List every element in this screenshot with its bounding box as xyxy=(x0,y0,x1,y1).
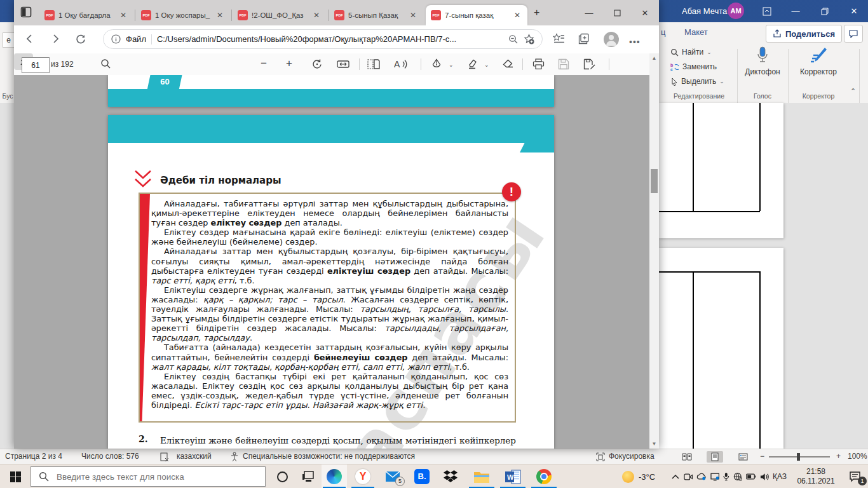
status-zoom-level[interactable]: 100% xyxy=(848,452,867,461)
info-icon[interactable] xyxy=(111,34,121,44)
pdf-fit-width-icon[interactable] xyxy=(337,58,349,70)
chevron-down-icon[interactable]: ⌄ xyxy=(449,62,454,68)
word-tab-layout[interactable]: Макет xyxy=(684,27,708,37)
status-focus[interactable]: Фокусировка xyxy=(609,452,654,461)
view-web-layout-button[interactable] xyxy=(735,451,751,463)
start-button[interactable] xyxy=(0,464,31,488)
tab-okyzhospary[interactable]: PDF 1 Оку жоспары_ ✕ xyxy=(136,5,230,25)
tab-7-synyp-active[interactable]: PDF 7-сынып қазақ ✕ xyxy=(426,5,527,25)
forward-icon[interactable] xyxy=(50,33,61,44)
speaker-icon[interactable] xyxy=(760,473,769,481)
word-replace-button[interactable]: bc Заменить xyxy=(670,62,717,71)
network-globe-icon[interactable] xyxy=(733,472,742,481)
word-dictate-button[interactable]: Диктофон xyxy=(745,46,780,76)
proofing-icon[interactable] xyxy=(160,452,169,461)
tab-close-icon[interactable]: ✕ xyxy=(408,11,418,20)
tab-5-synyp[interactable]: PDF 5-сынып Қазақ ✕ xyxy=(329,5,423,25)
refresh-icon[interactable] xyxy=(75,33,86,44)
word-account-name[interactable]: Абая Мечта xyxy=(682,0,727,22)
status-accessibility[interactable]: Специальные возможности: не поддерживают… xyxy=(243,452,415,461)
clock[interactable]: 21:58 06.11.2021 xyxy=(796,467,836,486)
pdf-save-as-icon[interactable] xyxy=(583,58,595,70)
chevron-down-icon[interactable]: ⌄ xyxy=(484,62,489,68)
view-print-layout-button[interactable] xyxy=(707,451,723,463)
pdf-search-icon[interactable] xyxy=(100,58,111,69)
tab-osh-fo-kaz[interactable]: PDF !2-ОШ_ФО_Қаз ✕ xyxy=(233,5,327,25)
taskbar-explorer-button[interactable] xyxy=(468,464,496,488)
zoom-out-button[interactable]: − xyxy=(760,452,764,461)
back-icon[interactable] xyxy=(24,33,36,44)
scroll-up-icon[interactable]: ▲ xyxy=(649,53,659,63)
taskbar-edge-button[interactable] xyxy=(322,464,347,488)
status-word-count[interactable]: Число слов: 576 xyxy=(81,452,139,461)
collections-icon[interactable] xyxy=(578,33,590,44)
favorites-bar-icon[interactable] xyxy=(553,33,565,44)
screen-share-icon[interactable] xyxy=(710,473,719,481)
taskbar-dropbox-button[interactable] xyxy=(438,464,463,488)
taskbar-word-button[interactable]: W xyxy=(499,464,527,488)
status-language[interactable]: казахский xyxy=(177,452,212,461)
word-page-fragment[interactable] xyxy=(659,248,783,449)
cortana-button[interactable] xyxy=(269,464,295,488)
meet-now-icon[interactable] xyxy=(684,473,693,481)
word-share-button[interactable]: Поделиться xyxy=(766,25,842,43)
add-favorite-icon[interactable] xyxy=(524,34,534,44)
pdf-draw-icon[interactable] xyxy=(431,58,442,70)
status-page-count[interactable]: Страница 2 из 4 xyxy=(5,452,62,461)
scroll-down-icon[interactable]: ▼ xyxy=(649,439,659,449)
taskbar-mail-button[interactable]: 5 xyxy=(379,464,407,488)
word-find-button[interactable]: Найти ⌄ xyxy=(670,48,712,57)
tab-close-icon[interactable]: ✕ xyxy=(512,11,522,20)
word-minimize-button[interactable]: — xyxy=(782,0,810,22)
tray-expand-button[interactable] xyxy=(668,464,682,488)
action-center-button[interactable]: 1 xyxy=(843,464,868,488)
task-view-button[interactable] xyxy=(295,464,320,488)
tab-okybagdarla[interactable]: PDF 1 Оқу бағдарла ✕ xyxy=(39,5,133,25)
pdf-zoom-in-button[interactable]: + xyxy=(286,57,292,70)
collapse-ribbon-button[interactable]: ⌃ xyxy=(850,87,856,95)
word-editor-button[interactable]: Корректор xyxy=(796,46,841,76)
pdf-scrollbar[interactable]: ▲ ▼ xyxy=(649,53,659,449)
taskbar-vk-button[interactable]: B. xyxy=(409,464,435,488)
pdf-page-input[interactable] xyxy=(22,57,50,73)
pdf-content-area[interactable]: 60 ПВ баспасы Әдеби тіл нормалары Айнала… xyxy=(14,75,659,449)
settings-menu-icon[interactable]: ••• xyxy=(629,37,641,47)
scrollbar-thumb[interactable] xyxy=(651,169,658,193)
word-select-button[interactable]: Выделить ⌄ xyxy=(670,77,724,86)
pdf-rotate-icon[interactable] xyxy=(311,58,323,70)
word-comments-button[interactable] xyxy=(844,25,863,43)
edge-close-button[interactable]: ✕ xyxy=(631,0,659,25)
vertical-tabs-button[interactable] xyxy=(20,6,32,18)
edge-minimize-button[interactable]: — xyxy=(575,0,603,25)
zoom-slider-thumb[interactable] xyxy=(797,453,800,461)
zoom-in-button[interactable]: + xyxy=(836,452,841,461)
word-page-fragment[interactable] xyxy=(659,103,783,238)
word-restore-button[interactable] xyxy=(811,0,839,22)
language-indicator[interactable]: ҚАЗ xyxy=(773,472,787,481)
taskbar-search-input[interactable] xyxy=(55,471,248,482)
view-read-mode-button[interactable] xyxy=(679,451,695,463)
zoom-slider[interactable] xyxy=(769,456,830,458)
pdf-print-icon[interactable] xyxy=(532,58,545,70)
taskbar-search-box[interactable] xyxy=(31,466,266,487)
word-close-button[interactable]: ✕ xyxy=(840,0,868,22)
zoom-indicator-icon[interactable] xyxy=(508,34,519,44)
battery-icon[interactable] xyxy=(746,473,756,480)
edge-maximize-button[interactable] xyxy=(603,0,631,25)
address-input[interactable]: Файл C:/Users/admin/Documents/Новый%20фо… xyxy=(103,29,543,49)
pdf-erase-icon[interactable] xyxy=(502,58,514,70)
word-ribbon-display-options-button[interactable] xyxy=(753,0,781,22)
new-tab-button[interactable]: + xyxy=(534,8,539,18)
tab-close-icon[interactable]: ✕ xyxy=(311,11,322,20)
word-tab-fragment[interactable]: ц xyxy=(661,27,665,37)
tab-close-icon[interactable]: ✕ xyxy=(215,11,225,20)
microphone-tray-icon[interactable] xyxy=(723,472,729,481)
pdf-highlight-icon[interactable] xyxy=(466,58,478,70)
tab-close-icon[interactable]: ✕ xyxy=(118,11,128,20)
onedrive-icon[interactable] xyxy=(696,473,706,480)
taskbar-yandex-button[interactable]: Y xyxy=(350,464,376,488)
word-account-avatar[interactable]: АМ xyxy=(728,3,744,19)
pdf-read-aloud-icon[interactable]: A xyxy=(394,58,408,70)
taskbar-weather[interactable]: -3°C xyxy=(610,464,667,488)
pdf-page-view-icon[interactable] xyxy=(367,58,380,70)
